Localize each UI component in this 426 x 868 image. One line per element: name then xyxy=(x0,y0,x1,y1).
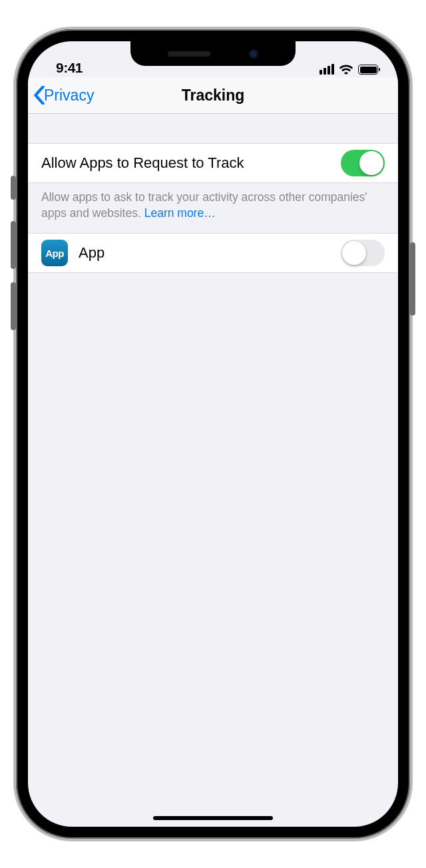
wifi-icon xyxy=(339,64,353,75)
allow-tracking-row: Allow Apps to Request to Track xyxy=(28,143,398,183)
device-frame: 9:41 Privacy Tracking xyxy=(13,27,413,841)
back-label: Privacy xyxy=(44,87,94,105)
allow-tracking-label: Allow Apps to Request to Track xyxy=(41,154,341,172)
app-icon-text: App xyxy=(45,248,64,259)
side-button xyxy=(410,242,415,316)
app-tracking-toggle[interactable] xyxy=(341,240,385,266)
battery-icon xyxy=(358,65,378,75)
allow-tracking-toggle[interactable] xyxy=(341,150,385,176)
home-indicator[interactable] xyxy=(153,816,273,820)
front-camera xyxy=(249,49,258,59)
mute-switch xyxy=(11,176,16,200)
page-title: Tracking xyxy=(182,87,245,105)
section-footer: Allow apps to ask to track your activity… xyxy=(28,183,398,233)
content: Allow Apps to Request to Track Allow app… xyxy=(28,114,398,273)
notch xyxy=(130,41,296,66)
app-row: App App xyxy=(28,233,398,273)
volume-down-button xyxy=(11,282,16,330)
navigation-bar: Privacy Tracking xyxy=(28,77,398,114)
volume-up-button xyxy=(11,221,16,269)
speaker-grill xyxy=(168,51,210,57)
status-time: 9:41 xyxy=(56,60,83,76)
app-icon: App xyxy=(41,240,68,266)
app-name: App xyxy=(79,244,341,262)
back-button[interactable]: Privacy xyxy=(33,77,94,113)
learn-more-link[interactable]: Learn more… xyxy=(144,206,216,220)
screen: 9:41 Privacy Tracking xyxy=(28,41,398,827)
cellular-signal-icon xyxy=(320,64,334,75)
